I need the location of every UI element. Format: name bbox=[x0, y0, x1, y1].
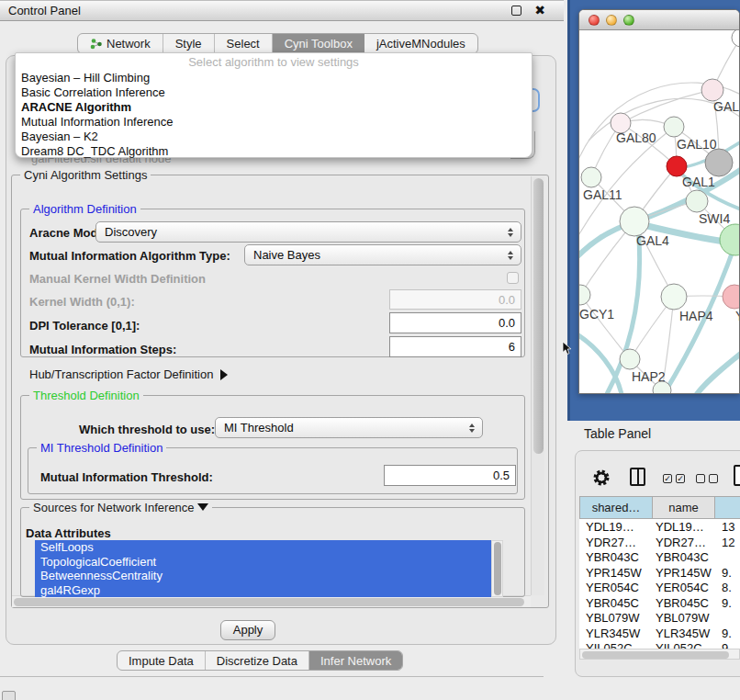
spinner-arrows-icon bbox=[469, 423, 475, 433]
manual-kernel-checkbox[interactable] bbox=[507, 272, 519, 284]
network-node-HAP2[interactable] bbox=[620, 349, 640, 369]
kernel-width-field[interactable]: 0.0 bbox=[389, 289, 521, 310]
table-panel-title: Table Panel bbox=[584, 426, 651, 441]
scrollbar-thumb[interactable] bbox=[533, 178, 544, 454]
algorithm-option[interactable]: Bayesian – K2 bbox=[16, 130, 532, 144]
network-node-GAL[interactable] bbox=[701, 79, 723, 101]
tab-label: Select bbox=[227, 37, 260, 51]
node-label: GAL10 bbox=[677, 137, 717, 152]
mi-threshold-label: Mutual Information Threshold: bbox=[40, 470, 213, 484]
network-node-GAL4[interactable] bbox=[620, 207, 649, 236]
table-row[interactable]: YDL19…YDL19…13 bbox=[580, 520, 740, 536]
network-node-SWI4[interactable] bbox=[686, 190, 708, 212]
close-window-icon[interactable]: ✖ bbox=[534, 3, 545, 17]
tab-network[interactable]: Network bbox=[78, 34, 163, 53]
minimize-traffic-light-icon[interactable] bbox=[606, 15, 617, 26]
network-node-HAP4[interactable] bbox=[661, 284, 687, 310]
apply-button[interactable]: Apply bbox=[220, 620, 275, 640]
network-node-GAL1[interactable] bbox=[667, 156, 687, 176]
tab-select[interactable]: Select bbox=[215, 34, 273, 53]
algorithm-option[interactable]: ARACNE Algorithm bbox=[16, 100, 532, 115]
table-cell: YDL19… bbox=[656, 520, 704, 534]
network-icon bbox=[90, 38, 102, 50]
aracne-mode-value: Discovery bbox=[105, 225, 508, 239]
float-window-icon[interactable] bbox=[511, 6, 521, 16]
window-title: Control Panel bbox=[8, 4, 81, 17]
collapse-down-icon[interactable] bbox=[197, 503, 208, 511]
table-cell: 12 bbox=[722, 536, 734, 549]
network-node[interactable] bbox=[705, 149, 733, 176]
algorithm-option-list: Bayesian – Hill ClimbingBasic Correlatio… bbox=[16, 71, 532, 160]
data-attributes-list[interactable]: SelfLoopsTopologicalCoefficientBetweenne… bbox=[35, 540, 491, 597]
algorithm-option[interactable]: Basic Correlation Inference bbox=[16, 85, 532, 100]
unchecked-checkbox-icon[interactable] bbox=[709, 474, 718, 483]
table-cell: YBR045C bbox=[656, 596, 709, 610]
scrollbar-thumb[interactable] bbox=[14, 598, 524, 606]
sources-group-title[interactable]: Sources for Network Inference bbox=[29, 502, 212, 514]
network-node-GAL11[interactable] bbox=[581, 167, 601, 187]
table-row[interactable]: YPR145WYPR145W9. bbox=[580, 566, 740, 581]
data-attribute-item[interactable]: BetweennessCentrality bbox=[35, 569, 491, 583]
mi-type-select[interactable]: Naive Bayes bbox=[244, 244, 521, 265]
table-row[interactable]: YLR345WYLR345W9. bbox=[580, 627, 740, 642]
zoom-traffic-light-icon[interactable] bbox=[623, 15, 634, 26]
data-attribute-item[interactable]: SelfLoops bbox=[35, 540, 491, 555]
node-label: GCY1 bbox=[579, 307, 614, 322]
network-node[interactable] bbox=[732, 30, 739, 47]
mi-threshold-definition-title: MI Threshold Definition bbox=[37, 442, 166, 455]
scrollbar-thumb[interactable] bbox=[494, 542, 501, 595]
data-attribute-item[interactable]: gal4RGexp bbox=[35, 583, 491, 597]
network-node[interactable] bbox=[720, 224, 739, 255]
checked-checkbox-icon[interactable]: ✓ bbox=[663, 474, 672, 483]
tab-style[interactable]: Style bbox=[163, 34, 215, 53]
column-header-name[interactable]: name bbox=[653, 496, 715, 519]
table-cell: YLR345W bbox=[586, 627, 640, 640]
network-node-Y[interactable] bbox=[723, 285, 739, 309]
tab-jactivemnodules[interactable]: jActiveMNodules bbox=[364, 34, 477, 53]
algorithm-option[interactable]: Bayesian – Hill Climbing bbox=[16, 71, 532, 85]
aracne-mode-select[interactable]: Discovery bbox=[95, 221, 521, 243]
gear-icon[interactable] bbox=[593, 469, 610, 486]
mi-threshold-field[interactable]: 0.5 bbox=[384, 465, 516, 486]
settings-vertical-scrollbar[interactable] bbox=[531, 176, 544, 595]
node-label: SWI4 bbox=[699, 211, 730, 226]
algorithm-option[interactable]: Mutual Information Inference bbox=[16, 115, 532, 130]
table-cell: 8. bbox=[722, 581, 732, 594]
table-cell: YBL079W bbox=[586, 611, 640, 625]
tab-discretize-data[interactable]: Discretize Data bbox=[206, 651, 309, 670]
table-row[interactable]: YBR045CYBR045C9. bbox=[580, 596, 740, 612]
checked-checkbox-icon[interactable]: ✓ bbox=[676, 474, 685, 483]
data-attribute-item[interactable]: TopologicalCoefficient bbox=[35, 555, 491, 570]
column-header-shared[interactable]: shared… bbox=[579, 496, 653, 519]
mi-type-label: Mutual Information Algorithm Type: bbox=[29, 249, 230, 263]
mi-steps-field[interactable]: 6 bbox=[389, 336, 521, 357]
table-row[interactable]: YBR043CYBR043C bbox=[580, 550, 740, 566]
control-panel-titlebar[interactable]: Control Panel ✖ bbox=[0, 0, 564, 21]
which-threshold-select[interactable]: MI Threshold bbox=[215, 417, 483, 438]
document-icon[interactable] bbox=[734, 465, 740, 486]
scrollbar-thumb[interactable] bbox=[582, 651, 729, 659]
tab-cyni-toolbox[interactable]: Cyni Toolbox bbox=[273, 34, 364, 53]
table-row[interactable]: YDR27…YDR27…12 bbox=[580, 536, 740, 551]
tab-impute-data[interactable]: Impute Data bbox=[118, 651, 206, 670]
tab-infer-network[interactable]: Infer Network bbox=[309, 651, 402, 670]
algorithm-option[interactable]: Dream8 DC_TDC Algorithm bbox=[16, 144, 532, 159]
attributes-list-scrollbar[interactable] bbox=[491, 540, 503, 597]
unchecked-checkbox-icon[interactable] bbox=[696, 474, 705, 483]
hub-definition-toggle[interactable]: Hub/Transcription Factor Definition bbox=[29, 367, 228, 381]
network-node-GCY1[interactable] bbox=[579, 285, 590, 305]
network-node-GAL10[interactable] bbox=[664, 117, 684, 137]
close-traffic-light-icon[interactable] bbox=[589, 15, 600, 26]
node-label: GAL4 bbox=[636, 233, 669, 248]
minimized-panel-chip[interactable] bbox=[2, 691, 16, 700]
network-canvas[interactable]: GALGAL80GAL10GAL1GAL11SWI4GAL4GCY1HAP4YH… bbox=[579, 30, 739, 394]
table-row[interactable]: YBL079WYBL079W bbox=[580, 611, 740, 627]
table-row[interactable]: YER054CYER054C8. bbox=[580, 581, 740, 596]
expand-right-icon[interactable] bbox=[220, 369, 228, 380]
table-horizontal-scrollbar[interactable] bbox=[579, 649, 740, 660]
column-header-clipped[interactable] bbox=[715, 496, 740, 519]
dpi-tolerance-field[interactable]: 0.0 bbox=[389, 312, 521, 333]
columns-icon[interactable] bbox=[630, 468, 645, 486]
table-cell: YDR27… bbox=[656, 536, 706, 549]
network-window-titlebar[interactable] bbox=[579, 10, 739, 30]
